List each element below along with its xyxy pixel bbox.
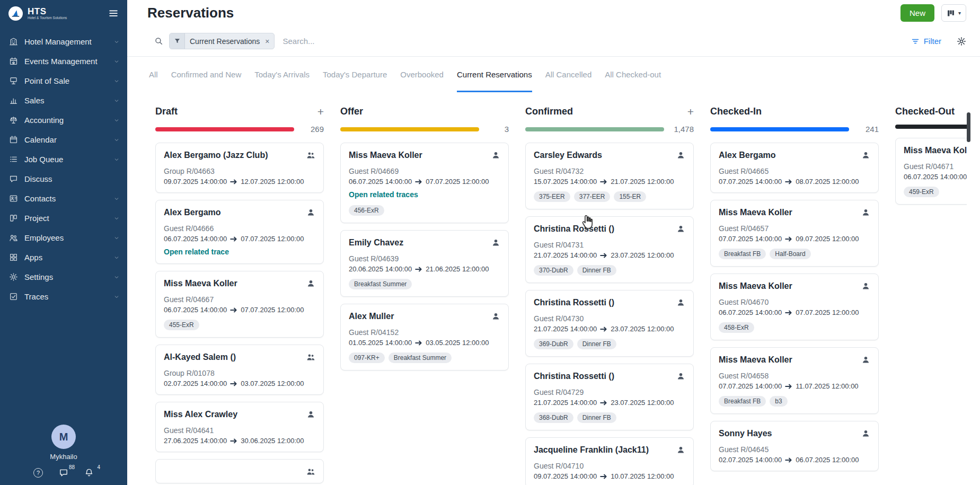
sidebar-item-traces[interactable]: Traces — [0, 287, 127, 306]
column-progress-bar[interactable] — [525, 127, 664, 131]
tab-all-checked-out[interactable]: All Checked-out — [605, 57, 661, 92]
person-icon — [861, 281, 870, 290]
person-icon — [491, 238, 500, 247]
reservation-card[interactable]: Alex Bergamo Guest R/04665 07.07.2025 14… — [710, 143, 879, 193]
chat-icon[interactable]: 88 — [59, 468, 68, 478]
sidebar-item-hotel-management[interactable]: Hotel Management — [0, 32, 127, 51]
kanban-column-offer: Offer 3 Miss Maeva Koller Guest R/04669 … — [340, 105, 509, 485]
card-checkin-datetime: 06.07.2025 14:00:00 — [719, 308, 782, 316]
reservation-card[interactable]: Christina Rossetti () Guest R/04730 21.0… — [525, 290, 694, 357]
reservation-card[interactable]: Miss Maeva Koller Guest R/04667 06.07.20… — [155, 271, 324, 338]
sidebar-item-label: Apps — [24, 253, 42, 262]
card-tags: Breakfast Summer — [349, 279, 500, 289]
column-count: 1,478 — [670, 125, 694, 134]
sidebar-item-point-of-sale[interactable]: Point of Sale — [0, 71, 127, 91]
bell-icon[interactable]: 4 — [84, 468, 94, 478]
reservation-card[interactable]: Al-Kayed Salem () Group R/01078 02.07.20… — [155, 345, 324, 395]
arrow-right-icon — [600, 327, 607, 332]
sidebar-item-settings[interactable]: Settings — [0, 267, 127, 287]
arrow-right-icon — [785, 384, 792, 389]
sidebar: HTS Hotel & Tourism Solutions Hotel Mana… — [0, 0, 127, 485]
help-icon[interactable]: ? — [33, 468, 43, 478]
sidebar-item-sales[interactable]: Sales — [0, 91, 127, 110]
tab-all-cancelled[interactable]: All Cancelled — [545, 57, 592, 92]
contacts-icon — [9, 194, 18, 203]
new-button[interactable]: New — [900, 4, 934, 22]
filter-chip[interactable]: Current Reservations × — [169, 33, 275, 49]
reservation-card[interactable] — [155, 459, 324, 483]
sidebar-item-discuss[interactable]: Discuss — [0, 169, 127, 189]
sidebar-item-job-queue[interactable]: Job Queue — [0, 149, 127, 169]
filter-button[interactable]: Filter — [911, 37, 941, 46]
add-record-icon[interactable]: + — [317, 106, 324, 117]
reservation-card[interactable]: Sonny Hayes Guest R/04645 02.07.2025 14:… — [710, 421, 879, 471]
sidebar-item-project[interactable]: Project — [0, 208, 127, 228]
card-date-range: 06.07.2025 14:00:00 07.07.2025 12:00:00 — [164, 306, 315, 314]
open-related-trace-link[interactable]: Open related traces — [349, 190, 418, 199]
card-reference: Guest R/04667 — [164, 295, 315, 304]
settings-icon — [9, 272, 18, 281]
card-checkin-datetime: 07.07.2025 14:00:00 — [719, 382, 782, 390]
project-icon — [9, 214, 18, 223]
sidebar-item-label: Point of Sale — [24, 76, 69, 85]
user-name: Mykhailo — [50, 453, 77, 461]
view-switcher-button[interactable]: ▾ — [941, 4, 966, 22]
reservation-card[interactable]: Miss Maeva Koller Guest R/04671 06.07.20… — [895, 138, 967, 205]
avatar[interactable]: M — [51, 425, 76, 449]
column-progress-bar[interactable] — [155, 127, 294, 131]
reservation-card[interactable]: Christina Rossetti () Guest R/04729 21.0… — [525, 364, 694, 430]
menu-toggle-icon[interactable] — [108, 8, 119, 19]
card-reference: Guest R/04669 — [349, 167, 500, 175]
sidebar-item-accounting[interactable]: Accounting — [0, 110, 127, 130]
column-progress-bar[interactable] — [895, 125, 967, 129]
card-checkout-datetime: 30.06.2025 12:00:00 — [241, 437, 304, 445]
reservation-card[interactable]: Miss Maeva Koller Guest R/04657 07.07.20… — [710, 200, 879, 267]
page-title: Reservations — [147, 5, 234, 21]
sidebar-item-events-management[interactable]: Events Management — [0, 51, 127, 71]
reservation-card[interactable]: Miss Maeva Koller Guest R/04670 06.07.20… — [710, 274, 879, 340]
scrollbar-thumb[interactable] — [967, 112, 970, 142]
remove-filter-icon[interactable]: × — [264, 37, 274, 46]
card-date-range: 09.07.2025 14:00:00 12.07.2025 12:00:00 — [164, 178, 315, 186]
card-checkin-datetime: 01.05.2025 14:00:00 — [349, 339, 412, 347]
card-date-range: 21.07.2025 14:00:00 23.07.2025 12:00:00 — [534, 399, 685, 407]
tab-confirmed-and-new[interactable]: Confirmed and New — [171, 57, 242, 92]
funnel-icon — [170, 33, 185, 49]
sidebar-item-apps[interactable]: Apps — [0, 248, 127, 267]
reservation-card[interactable]: Carsley Edwards Guest R/04732 15.07.2025… — [525, 143, 694, 209]
column-cards: Miss Maeva Koller Guest R/04671 06.07.20… — [895, 138, 967, 485]
card-date-range: 07.07.2025 14:00:00 09.07.2025 12:00:00 — [719, 235, 870, 243]
sidebar-item-employees[interactable]: Employees — [0, 228, 127, 248]
sidebar-item-contacts[interactable]: Contacts — [0, 189, 127, 208]
tab-all[interactable]: All — [149, 57, 158, 92]
person-icon — [306, 279, 315, 288]
reservation-card[interactable]: Miss Alex Crawley Guest R/04641 27.06.20… — [155, 402, 324, 452]
open-related-trace-link[interactable]: Open related trace — [164, 248, 229, 256]
card-checkout-datetime: 10.07.2025 12:00:00 — [611, 472, 674, 480]
reservation-card[interactable]: Jacqueline Franklin (Jack11) Guest R/047… — [525, 437, 694, 485]
gear-icon[interactable] — [957, 37, 966, 46]
column-progress-bar[interactable] — [710, 127, 849, 131]
tab-overbooked[interactable]: Overbooked — [400, 57, 444, 92]
arrow-right-icon — [600, 179, 607, 184]
reservation-card[interactable]: Alex Bergamo Guest R/04666 06.07.2025 14… — [155, 200, 324, 264]
add-record-icon[interactable]: + — [687, 106, 694, 117]
card-reference: Guest R/04641 — [164, 426, 315, 435]
column-title: Checked-In — [710, 106, 762, 117]
reservation-card[interactable]: Christina Rossetti () Guest R/04731 21.0… — [525, 216, 694, 283]
column-progress-bar[interactable] — [340, 127, 479, 131]
reservation-card[interactable]: Alex Bergamo (Jazz Club) Group R/04663 0… — [155, 143, 324, 193]
tab-today-s-arrivals[interactable]: Today's Arrivals — [254, 57, 310, 92]
tag: 377-EER — [574, 191, 611, 202]
column-count: 269 — [301, 125, 324, 134]
reservation-card[interactable]: Emily Chavez Guest R/04639 20.06.2025 14… — [340, 230, 509, 297]
tab-today-s-departure[interactable]: Today's Departure — [323, 57, 387, 92]
employees-icon — [9, 233, 18, 242]
reservation-card[interactable]: Miss Maeva Koller Guest R/04658 07.07.20… — [710, 347, 879, 414]
reservation-card[interactable]: Alex Muller Guest R/04152 01.05.2025 14:… — [340, 304, 509, 371]
card-guest-name: Jacqueline Franklin (Jack11) — [534, 445, 672, 455]
sidebar-item-calendar[interactable]: Calendar — [0, 130, 127, 149]
reservation-card[interactable]: Miss Maeva Koller Guest R/04669 06.07.20… — [340, 143, 509, 223]
tab-current-reservations[interactable]: Current Reservations — [457, 57, 532, 92]
search-input[interactable] — [282, 37, 905, 46]
